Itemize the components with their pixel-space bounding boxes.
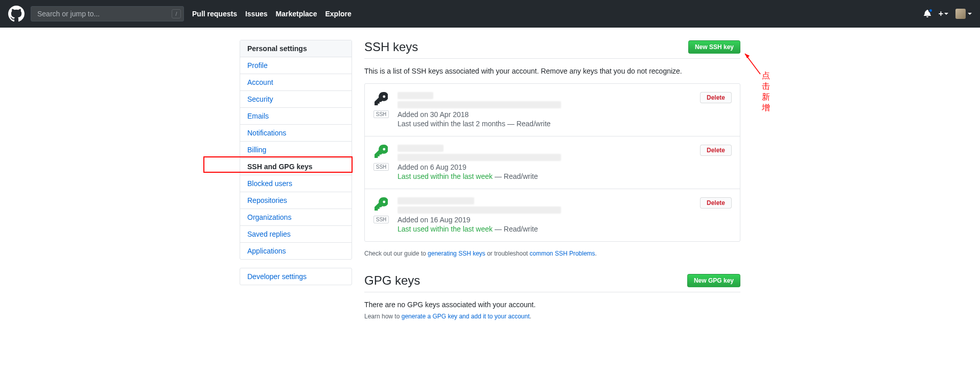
ssh-key-item: SSHAdded on 16 Aug 2019Last used within …	[365, 189, 740, 241]
key-title-redacted	[398, 197, 474, 204]
sidebar-item-notifications[interactable]: Notifications	[240, 125, 352, 142]
page-container: Personal settings Profile Account Securi…	[240, 40, 740, 320]
new-ssh-key-button[interactable]: New SSH key	[688, 40, 740, 54]
ssh-badge: SSH	[374, 216, 389, 223]
nav-pull-requests[interactable]: Pull requests	[192, 10, 237, 18]
key-fingerprint-redacted	[398, 101, 561, 108]
delete-key-button[interactable]: Delete	[700, 197, 732, 209]
annotation-arrow	[742, 51, 763, 77]
nav-explore[interactable]: Explore	[325, 10, 351, 18]
sidebar-item-repositories[interactable]: Repositories	[240, 192, 352, 209]
key-icon	[375, 145, 388, 161]
key-added-date: Added on 16 Aug 2019	[398, 216, 700, 224]
sidebar-item-saved-replies[interactable]: Saved replies	[240, 226, 352, 243]
key-title-redacted	[398, 92, 433, 99]
delete-key-button[interactable]: Delete	[700, 92, 732, 103]
footnote-text: or troubleshoot	[485, 250, 530, 257]
user-menu[interactable]	[955, 9, 972, 19]
gpg-section: GPG keys New GPG key There are no GPG ke…	[364, 273, 740, 320]
settings-menu: Personal settings Profile Account Securi…	[240, 40, 352, 260]
menu-header: Personal settings	[240, 40, 352, 57]
delete-key-button[interactable]: Delete	[700, 145, 732, 156]
ssh-key-item: SSHAdded on 6 Aug 2019Last used within t…	[365, 136, 740, 189]
key-fingerprint-redacted	[398, 206, 561, 214]
key-last-used: Last used within the last week — Read/wr…	[398, 172, 700, 180]
sidebar-item-organizations[interactable]: Organizations	[240, 209, 352, 226]
ssh-key-item: SSHAdded on 30 Apr 2018Last used within …	[365, 84, 740, 136]
avatar	[955, 9, 966, 19]
key-fingerprint-redacted	[398, 154, 561, 161]
key-added-date: Added on 30 Apr 2018	[398, 110, 700, 119]
key-details: Added on 30 Apr 2018Last used within the…	[398, 92, 700, 128]
slash-hint: /	[172, 9, 181, 18]
search-wrap: /	[31, 6, 184, 21]
generate-gpg-key-link[interactable]: generate a GPG key and add it to your ac…	[402, 313, 530, 320]
ssh-badge: SSH	[374, 110, 389, 118]
sidebar: Personal settings Profile Account Securi…	[240, 40, 352, 320]
gpg-learn-text: .	[530, 313, 531, 320]
sidebar-item-account[interactable]: Account	[240, 74, 352, 91]
search-input[interactable]	[31, 6, 184, 21]
svg-line-0	[745, 54, 760, 74]
sidebar-item-profile[interactable]: Profile	[240, 57, 352, 74]
gpg-subhead: GPG keys New GPG key	[364, 273, 740, 292]
ssh-subhead: SSH keys New SSH key	[364, 40, 740, 59]
new-gpg-key-button[interactable]: New GPG key	[687, 274, 740, 287]
ssh-badge: SSH	[374, 163, 389, 171]
dev-settings-menu: Developer settings	[240, 268, 352, 285]
notification-indicator	[928, 8, 933, 13]
common-ssh-problems-link[interactable]: common SSH Problems	[530, 250, 595, 257]
sidebar-item-blocked-users[interactable]: Blocked users	[240, 175, 352, 192]
gpg-description: There are no GPG keys associated with yo…	[364, 301, 740, 309]
sidebar-item-applications[interactable]: Applications	[240, 243, 352, 259]
sidebar-item-developer-settings[interactable]: Developer settings	[240, 268, 352, 285]
ssh-description: This is a list of SSH keys associated wi…	[364, 67, 740, 75]
ssh-footnote: Check out our guide to generating SSH ke…	[364, 250, 740, 257]
chevron-down-icon	[944, 13, 948, 15]
github-logo[interactable]	[8, 6, 25, 22]
key-icon-wrap: SSH	[373, 197, 389, 223]
key-icon-wrap: SSH	[373, 145, 389, 171]
key-last-used: Last used within the last 2 months — Rea…	[398, 120, 700, 128]
key-title-redacted	[398, 145, 444, 152]
key-icon	[375, 197, 388, 214]
header-right: +	[923, 9, 972, 19]
key-last-used: Last used within the last week — Read/wr…	[398, 225, 700, 233]
sidebar-item-billing[interactable]: Billing	[240, 142, 352, 158]
key-icon-wrap: SSH	[373, 92, 389, 118]
create-new-dropdown[interactable]: +	[939, 9, 948, 18]
top-header: / Pull requests Issues Marketplace Explo…	[0, 0, 980, 28]
sidebar-item-ssh-gpg-keys[interactable]: SSH and GPG keys	[240, 158, 352, 175]
footnote-text: .	[595, 250, 597, 257]
generating-ssh-keys-link[interactable]: generating SSH keys	[428, 250, 485, 257]
sidebar-item-security[interactable]: Security	[240, 91, 352, 108]
main-content: 点击新增 SSH keys New SSH key This is a list…	[364, 40, 740, 320]
footnote-text: Check out our guide to	[364, 250, 428, 257]
notifications-button[interactable]	[923, 9, 931, 19]
key-icon	[375, 92, 388, 108]
plus-icon: +	[939, 9, 943, 18]
sidebar-item-emails[interactable]: Emails	[240, 108, 352, 125]
primary-nav: Pull requests Issues Marketplace Explore	[192, 10, 352, 18]
chevron-down-icon	[968, 13, 972, 15]
key-details: Added on 6 Aug 2019Last used within the …	[398, 145, 700, 180]
gpg-learn-text: Learn how to	[364, 313, 402, 320]
ssh-keys-list: SSHAdded on 30 Apr 2018Last used within …	[364, 83, 740, 242]
key-details: Added on 16 Aug 2019Last used within the…	[398, 197, 700, 233]
nav-marketplace[interactable]: Marketplace	[276, 10, 317, 18]
annotation-text: 点击新增	[762, 71, 770, 113]
gpg-learn: Learn how to generate a GPG key and add …	[364, 313, 740, 320]
nav-issues[interactable]: Issues	[245, 10, 268, 18]
ssh-title: SSH keys	[364, 40, 418, 54]
gpg-title: GPG keys	[364, 273, 420, 288]
svg-marker-1	[745, 54, 750, 58]
key-added-date: Added on 6 Aug 2019	[398, 163, 700, 171]
